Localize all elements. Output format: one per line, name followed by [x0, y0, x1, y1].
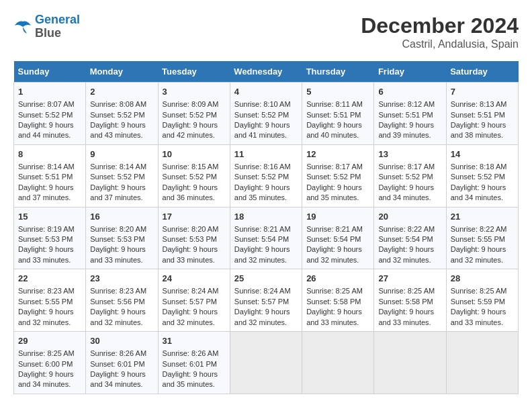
daylight: Daylight: 9 hours and 35 minutes. — [306, 183, 362, 201]
day-number: 28 — [451, 273, 514, 285]
sunset: Sunset: 5:52 PM — [234, 111, 289, 119]
day-number: 2 — [90, 86, 153, 98]
calendar-cell: 16Sunrise: 8:20 AMSunset: 5:53 PMDayligh… — [86, 207, 158, 269]
calendar-cell: 15Sunrise: 8:19 AMSunset: 5:53 PMDayligh… — [14, 207, 86, 269]
daylight: Daylight: 9 hours and 34 minutes. — [90, 370, 146, 388]
daylight: Daylight: 9 hours and 42 minutes. — [163, 121, 218, 139]
sunset: Sunset: 5:57 PM — [163, 298, 217, 306]
day-number: 19 — [306, 211, 369, 223]
daylight: Daylight: 9 hours and 34 minutes. — [18, 370, 74, 388]
day-number: 16 — [90, 211, 153, 223]
daylight: Daylight: 9 hours and 44 minutes. — [18, 121, 74, 139]
header-day-monday: Monday — [86, 61, 158, 83]
calendar-cell: 30Sunrise: 8:26 AMSunset: 6:01 PMDayligh… — [86, 332, 158, 394]
calendar-cell: 24Sunrise: 8:24 AMSunset: 5:57 PMDayligh… — [158, 269, 230, 332]
day-number: 13 — [378, 148, 441, 161]
day-number: 11 — [234, 148, 298, 161]
daylight: Daylight: 9 hours and 38 minutes. — [451, 121, 506, 139]
sunset: Sunset: 5:51 PM — [306, 111, 361, 119]
sunset: Sunset: 5:53 PM — [18, 235, 73, 243]
daylight: Daylight: 9 hours and 32 minutes. — [18, 308, 74, 326]
daylight: Daylight: 9 hours and 32 minutes. — [451, 245, 506, 263]
day-number: 6 — [378, 86, 441, 98]
calendar-cell: 7Sunrise: 8:13 AMSunset: 5:51 PMDaylight… — [446, 83, 518, 145]
sunrise: Sunrise: 8:16 AM — [234, 163, 291, 171]
daylight: Daylight: 9 hours and 33 minutes. — [378, 308, 434, 326]
calendar-cell: 5Sunrise: 8:11 AMSunset: 5:51 PMDaylight… — [302, 83, 374, 145]
sunset: Sunset: 5:52 PM — [18, 111, 73, 119]
week-row-2: 8Sunrise: 8:14 AMSunset: 5:51 PMDaylight… — [14, 144, 519, 207]
sunrise: Sunrise: 8:17 AM — [378, 163, 435, 171]
day-number: 26 — [306, 273, 369, 285]
header-row: SundayMondayTuesdayWednesdayThursdayFrid… — [14, 61, 519, 83]
sunset: Sunset: 5:52 PM — [451, 173, 505, 181]
sunrise: Sunrise: 8:18 AM — [451, 163, 507, 171]
week-row-3: 15Sunrise: 8:19 AMSunset: 5:53 PMDayligh… — [14, 207, 519, 269]
calendar-cell — [302, 332, 374, 394]
daylight: Daylight: 9 hours and 34 minutes. — [378, 183, 434, 201]
day-number: 22 — [18, 273, 81, 285]
header-day-saturday: Saturday — [446, 61, 518, 83]
sunrise: Sunrise: 8:26 AM — [90, 349, 146, 357]
day-number: 7 — [451, 86, 514, 98]
page-header: GeneralBlue December 2024 Castril, Andal… — [13, 13, 519, 50]
sunrise: Sunrise: 8:11 AM — [306, 100, 363, 108]
location: Castril, Andalusia, Spain — [361, 38, 519, 50]
calendar-cell — [374, 332, 446, 394]
sunrise: Sunrise: 8:12 AM — [378, 100, 435, 108]
day-number: 31 — [163, 335, 226, 347]
calendar-cell: 18Sunrise: 8:21 AMSunset: 5:54 PMDayligh… — [230, 207, 302, 269]
day-number: 3 — [163, 86, 226, 98]
calendar-cell — [230, 332, 302, 394]
daylight: Daylight: 9 hours and 39 minutes. — [378, 121, 434, 139]
daylight: Daylight: 9 hours and 33 minutes. — [163, 245, 218, 263]
calendar-cell: 11Sunrise: 8:16 AMSunset: 5:52 PMDayligh… — [230, 144, 302, 207]
daylight: Daylight: 9 hours and 34 minutes. — [451, 183, 506, 201]
daylight: Daylight: 9 hours and 32 minutes. — [378, 245, 434, 263]
sunrise: Sunrise: 8:25 AM — [306, 287, 363, 295]
day-number: 21 — [451, 211, 514, 223]
sunset: Sunset: 6:01 PM — [163, 360, 217, 368]
day-number: 1 — [18, 86, 81, 98]
logo-bird-icon — [13, 19, 32, 35]
sunrise: Sunrise: 8:24 AM — [163, 287, 219, 295]
sunset: Sunset: 5:54 PM — [306, 235, 361, 243]
daylight: Daylight: 9 hours and 41 minutes. — [234, 121, 290, 139]
day-number: 4 — [234, 86, 298, 98]
sunrise: Sunrise: 8:20 AM — [163, 225, 219, 233]
header-day-tuesday: Tuesday — [158, 61, 230, 83]
calendar-cell — [446, 332, 518, 394]
calendar-cell: 20Sunrise: 8:22 AMSunset: 5:54 PMDayligh… — [374, 207, 446, 269]
sunrise: Sunrise: 8:22 AM — [451, 225, 507, 233]
calendar-cell: 19Sunrise: 8:21 AMSunset: 5:54 PMDayligh… — [302, 207, 374, 269]
sunrise: Sunrise: 8:25 AM — [451, 287, 507, 295]
sunset: Sunset: 5:51 PM — [18, 173, 73, 181]
sunrise: Sunrise: 8:07 AM — [18, 100, 75, 108]
sunrise: Sunrise: 8:24 AM — [234, 287, 291, 295]
sunset: Sunset: 5:54 PM — [378, 235, 433, 243]
calendar-cell: 27Sunrise: 8:25 AMSunset: 5:58 PMDayligh… — [374, 269, 446, 332]
daylight: Daylight: 9 hours and 33 minutes. — [306, 308, 362, 326]
calendar-cell: 26Sunrise: 8:25 AMSunset: 5:58 PMDayligh… — [302, 269, 374, 332]
calendar-cell: 14Sunrise: 8:18 AMSunset: 5:52 PMDayligh… — [446, 144, 518, 207]
sunrise: Sunrise: 8:21 AM — [234, 225, 291, 233]
day-number: 8 — [18, 148, 81, 161]
calendar-cell: 3Sunrise: 8:09 AMSunset: 5:52 PMDaylight… — [158, 83, 230, 145]
day-number: 23 — [90, 273, 153, 285]
daylight: Daylight: 9 hours and 32 minutes. — [234, 245, 290, 263]
header-day-sunday: Sunday — [14, 61, 86, 83]
sunset: Sunset: 5:53 PM — [163, 235, 217, 243]
sunrise: Sunrise: 8:22 AM — [378, 225, 435, 233]
sunset: Sunset: 5:53 PM — [90, 235, 144, 243]
daylight: Daylight: 9 hours and 35 minutes. — [163, 370, 218, 388]
sunset: Sunset: 5:51 PM — [451, 111, 505, 119]
sunset: Sunset: 5:55 PM — [18, 298, 73, 306]
sunset: Sunset: 5:52 PM — [163, 111, 217, 119]
calendar-cell: 4Sunrise: 8:10 AMSunset: 5:52 PMDaylight… — [230, 83, 302, 145]
sunrise: Sunrise: 8:23 AM — [90, 287, 146, 295]
sunset: Sunset: 6:01 PM — [90, 360, 144, 368]
sunrise: Sunrise: 8:13 AM — [451, 100, 507, 108]
logo: GeneralBlue — [13, 13, 80, 40]
day-number: 24 — [163, 273, 226, 285]
header-day-wednesday: Wednesday — [230, 61, 302, 83]
